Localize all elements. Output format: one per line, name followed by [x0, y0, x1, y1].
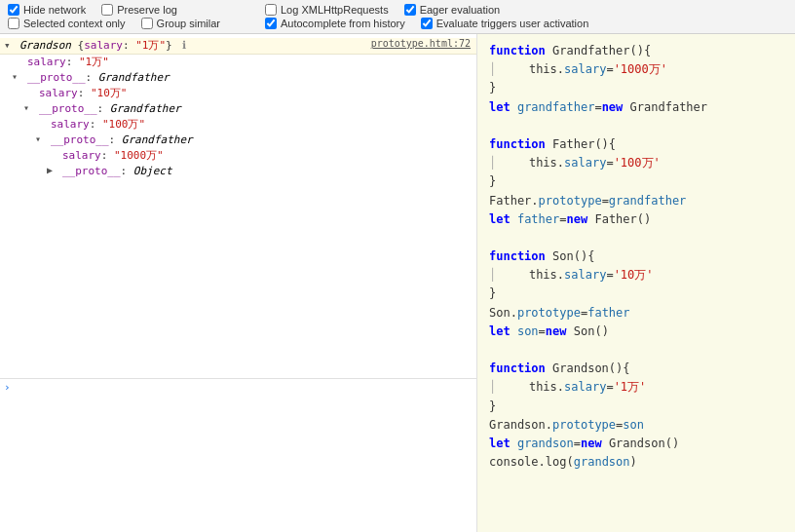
group-similar-label[interactable]: Group similar: [157, 18, 220, 29]
proto-key-4: __proto__: [62, 165, 121, 177]
expand-proto-2[interactable]: ▾: [23, 101, 39, 113]
evaluate-triggers-option[interactable]: Evaluate triggers user activation: [421, 18, 589, 29]
preserve-log-label[interactable]: Preserve log: [117, 4, 177, 16]
code-line-10: let father=new Father(): [489, 210, 783, 229]
expand-proto-3[interactable]: ▾: [35, 133, 51, 144]
proto-row-3: ▾ __proto__: Grandfather: [0, 133, 476, 148]
expand-proto-4[interactable]: ▶: [47, 164, 62, 175]
proto-row-1: ▾ __proto__: Grandfather: [0, 70, 476, 86]
proto-content-2: __proto__: Grandfather: [39, 101, 473, 117]
code-line-4: let grandfather=new Grandfather: [489, 98, 783, 117]
proto-key-2: __proto__: [39, 102, 97, 115]
code-line-5: [489, 117, 783, 135]
salary-row-2: salary: "10万": [0, 86, 476, 101]
salary-key-3: salary: [51, 118, 90, 131]
eager-eval-option[interactable]: Eager evaluation: [404, 4, 501, 16]
autocomplete-checkbox[interactable]: [265, 18, 277, 29]
salary-val-1: "1万": [79, 56, 109, 68]
prop-salary-key: salary: [84, 39, 123, 52]
code-line-14: }: [489, 285, 783, 303]
source-link[interactable]: prototype.html:72: [371, 38, 471, 49]
salary-content-3: salary: "100万": [51, 117, 473, 133]
empty-prefix: [12, 55, 27, 56]
proto-class-2: Grandfather: [110, 102, 181, 115]
salary-val-3: "100万": [102, 118, 145, 131]
salary-row-4: salary: "1000万": [0, 148, 476, 164]
code-line-6: function Father(){: [489, 135, 783, 154]
log-xmlhttp-option[interactable]: Log XMLHttpRequests: [265, 4, 389, 16]
console-output: ▾ Grandson {salary: "1万"} ℹ prototype.ht…: [0, 34, 476, 183]
selected-context-label[interactable]: Selected context only: [23, 18, 126, 29]
log-xmlhttp-checkbox[interactable]: [265, 4, 277, 16]
code-line-19: │ this.salary='1万': [489, 378, 783, 397]
code-line-20: }: [489, 398, 783, 416]
evaluate-triggers-checkbox[interactable]: [421, 18, 433, 29]
proto-content-1: __proto__: Grandfather: [27, 70, 473, 86]
preserve-log-option[interactable]: Preserve log: [101, 4, 177, 16]
code-line-1: function Grandfather(){: [489, 42, 783, 60]
empty-prefix-4: [47, 148, 62, 149]
proto-content-3: __proto__: Grandfather: [51, 133, 473, 148]
empty-prefix-3: [35, 117, 51, 118]
salary-key-4: salary: [62, 149, 101, 162]
code-line-16: let son=new Son(): [489, 323, 783, 341]
obj-brace-close: }: [166, 39, 172, 52]
proto-class-3: Grandfather: [122, 133, 193, 146]
salary-val-2: "10万": [91, 87, 128, 99]
group-similar-checkbox[interactable]: [141, 18, 153, 29]
code-line-11: [489, 229, 783, 247]
console-input[interactable]: [15, 381, 473, 394]
console-root-row: ▾ Grandson {salary: "1万"} ℹ prototype.ht…: [0, 38, 476, 55]
preserve-log-checkbox[interactable]: [101, 4, 113, 16]
proto-key-3: __proto__: [51, 133, 109, 146]
proto-key-1: __proto__: [27, 71, 86, 84]
salary-key-1: salary: [27, 56, 66, 68]
evaluate-triggers-label[interactable]: Evaluate triggers user activation: [436, 18, 589, 29]
obj-class: Grandson: [19, 39, 71, 52]
selected-context-checkbox[interactable]: [8, 18, 19, 29]
salary-content-4: salary: "1000万": [62, 148, 473, 164]
code-line-8: }: [489, 172, 783, 191]
selected-context-option[interactable]: Selected context only: [8, 18, 126, 29]
code-line-9: Father.prototype=grandfather: [489, 192, 783, 210]
colon: :: [123, 39, 135, 52]
proto-class-1: Grandfather: [98, 71, 170, 84]
toolbar-right: Log XMLHttpRequests Eager evaluation Aut…: [265, 4, 588, 29]
empty-prefix-2: [23, 86, 39, 87]
salary-content-2: salary: "10万": [39, 86, 473, 101]
code-line-18: function Grandson(){: [489, 360, 783, 378]
hide-network-checkbox[interactable]: [8, 4, 19, 16]
salary-val-4: "1000万": [114, 149, 164, 162]
right-panel: function Grandfather(){ │ this.salary='1…: [477, 34, 795, 532]
code-line-15: Son.prototype=father: [489, 304, 783, 323]
proto-row-2: ▾ __proto__: Grandfather: [0, 101, 476, 117]
code-line-23: console.log(grandson): [489, 453, 783, 472]
prop-salary-val: "1万": [135, 39, 166, 52]
left-panel: ▾ Grandson {salary: "1万"} ℹ prototype.ht…: [0, 34, 477, 532]
salary-key-2: salary: [39, 87, 78, 99]
autocomplete-label[interactable]: Autocomplete from history: [281, 18, 405, 29]
code-line-22: let grandson=new Grandson(): [489, 435, 783, 453]
toolbar: Hide network Preserve log Selected conte…: [0, 0, 795, 34]
salary-content-1: salary: "1万": [27, 55, 473, 70]
autocomplete-option[interactable]: Autocomplete from history: [265, 18, 405, 29]
hide-network-label[interactable]: Hide network: [23, 4, 86, 16]
code-line-2: │ this.salary='1000万': [489, 60, 783, 79]
salary-row-3: salary: "100万": [0, 117, 476, 133]
eager-eval-label[interactable]: Eager evaluation: [420, 4, 501, 16]
salary-row-1: salary: "1万": [0, 55, 476, 70]
input-chevron-icon: ›: [4, 381, 11, 394]
hide-network-option[interactable]: Hide network: [8, 4, 86, 16]
code-line-12: function Son(){: [489, 247, 783, 266]
proto-row-4: ▶ __proto__: Object: [0, 164, 476, 179]
eager-eval-checkbox[interactable]: [404, 4, 416, 16]
log-xmlhttp-label[interactable]: Log XMLHttpRequests: [281, 4, 389, 16]
expand-proto-1[interactable]: ▾: [12, 70, 27, 82]
info-icon[interactable]: ℹ: [182, 39, 186, 52]
code-line-3: }: [489, 79, 783, 97]
main-content: ▾ Grandson {salary: "1万"} ℹ prototype.ht…: [0, 34, 795, 532]
group-similar-option[interactable]: Group similar: [141, 18, 220, 29]
toolbar-left: Hide network Preserve log Selected conte…: [8, 4, 220, 29]
code-line-21: Grandson.prototype=son: [489, 416, 783, 435]
expand-icon[interactable]: ▾: [4, 38, 19, 52]
